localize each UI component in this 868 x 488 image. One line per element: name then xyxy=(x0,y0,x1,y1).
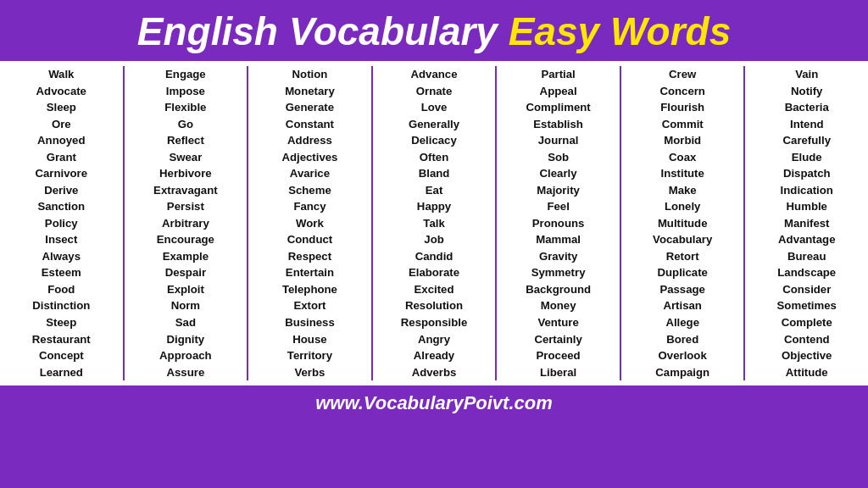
word-item: Impose xyxy=(166,83,205,100)
word-item: Assure xyxy=(167,364,205,381)
word-item: Elude xyxy=(792,149,822,166)
content-area: WalkAdvocateSleepOreAnnoyedGrantCarnivor… xyxy=(0,61,868,385)
word-item: Notion xyxy=(292,66,328,83)
word-item: Work xyxy=(296,215,324,232)
word-item: Landscape xyxy=(777,264,836,281)
word-item: Artisan xyxy=(663,297,701,314)
word-item: Lonely xyxy=(665,198,701,215)
word-item: Background xyxy=(526,281,591,298)
word-item: Multitude xyxy=(658,215,708,232)
word-item: Talk xyxy=(423,215,444,232)
word-item: Extravagant xyxy=(153,182,218,199)
word-item: Carnivore xyxy=(36,165,88,182)
column-7: VainNotifyBacteriaIntendCarefullyEludeDi… xyxy=(745,66,868,380)
word-item: Make xyxy=(669,182,697,199)
word-item: Morbid xyxy=(664,132,701,149)
word-item: Territory xyxy=(287,347,332,364)
word-item: Attitude xyxy=(786,364,828,381)
word-item: Vocabulary xyxy=(653,231,712,248)
word-item: Gravity xyxy=(539,248,577,265)
word-item: Go xyxy=(178,116,193,133)
word-item: Often xyxy=(420,149,448,166)
word-item: Flexible xyxy=(164,99,206,116)
word-item: Consider xyxy=(782,281,831,298)
word-item: Derive xyxy=(44,182,78,199)
word-item: Crew xyxy=(669,66,696,83)
word-item: Indication xyxy=(781,182,833,199)
word-item: Already xyxy=(414,347,454,364)
word-item: Contend xyxy=(784,331,829,348)
word-item: Respect xyxy=(288,248,331,265)
word-item: Norm xyxy=(171,297,200,314)
word-item: Elaborate xyxy=(409,264,459,281)
word-item: Delicacy xyxy=(411,132,457,149)
header: English Vocabulary Easy Words xyxy=(0,0,868,61)
word-item: Ore xyxy=(52,116,71,133)
word-item: House xyxy=(292,331,326,348)
word-item: Fancy xyxy=(293,198,326,215)
word-item: Sad xyxy=(175,314,196,331)
word-item: Bacteria xyxy=(785,99,829,116)
word-item: Reflect xyxy=(167,132,204,149)
word-item: Intend xyxy=(790,116,824,133)
word-item: Annoyed xyxy=(37,132,85,149)
word-item: Food xyxy=(47,281,75,298)
word-item: Advantage xyxy=(778,231,835,248)
word-item: Duplicate xyxy=(658,264,708,281)
word-item: Swear xyxy=(169,149,202,166)
word-item: Pronouns xyxy=(532,215,585,232)
word-item: Advance xyxy=(411,66,458,83)
word-item: Ornate xyxy=(416,83,453,100)
word-item: Advocate xyxy=(36,83,86,100)
word-item: Esteem xyxy=(42,264,81,281)
word-item: Manifest xyxy=(784,215,830,232)
word-item: Responsible xyxy=(401,314,467,331)
word-item: Monetary xyxy=(285,83,335,100)
word-item: Candid xyxy=(415,248,453,265)
word-item: Flourish xyxy=(660,99,704,116)
word-item: Passage xyxy=(659,281,705,298)
word-item: Grant xyxy=(47,149,76,166)
word-item: Happy xyxy=(417,198,451,215)
word-item: Excited xyxy=(415,281,454,298)
word-item: Carefully xyxy=(783,132,831,149)
word-item: Concern xyxy=(659,83,705,100)
word-item: Example xyxy=(163,248,209,265)
word-item: Certainly xyxy=(534,331,581,348)
word-item: Sleep xyxy=(47,99,76,116)
column-1: WalkAdvocateSleepOreAnnoyedGrantCarnivor… xyxy=(0,66,125,380)
word-item: Symmetry xyxy=(531,264,586,281)
word-item: Concept xyxy=(39,347,84,364)
word-item: Exploit xyxy=(167,281,204,298)
word-item: Mammal xyxy=(536,231,581,248)
word-item: Clearly xyxy=(540,165,577,182)
column-2: EngageImposeFlexibleGoReflectSwearHerbiv… xyxy=(125,66,249,380)
word-item: Sometimes xyxy=(777,297,837,314)
word-item: Generally xyxy=(409,116,459,133)
word-item: Vain xyxy=(795,66,818,83)
word-item: Dignity xyxy=(167,331,205,348)
word-item: Liberal xyxy=(540,364,576,381)
word-item: Policy xyxy=(45,215,78,232)
word-item: Adverbs xyxy=(412,364,457,381)
word-item: Verbs xyxy=(294,364,325,381)
word-item: Distinction xyxy=(32,297,90,314)
column-3: NotionMonetaryGenerateConstantAddressAdj… xyxy=(248,66,373,380)
word-item: Engage xyxy=(165,66,206,83)
word-item: Learned xyxy=(40,364,83,381)
word-item: Scheme xyxy=(288,182,331,199)
word-item: Dispatch xyxy=(783,165,831,182)
header-yellow-text: Easy Words xyxy=(509,9,731,53)
word-item: Sob xyxy=(548,149,569,166)
word-item: Business xyxy=(285,314,335,331)
word-item: Feel xyxy=(547,198,569,215)
word-item: Establish xyxy=(533,116,583,133)
word-item: Conduct xyxy=(287,231,332,248)
word-item: Journal xyxy=(538,132,579,149)
word-item: Proceed xyxy=(537,347,581,364)
word-item: Steep xyxy=(46,314,76,331)
word-item: Money xyxy=(541,297,576,314)
column-4: AdvanceOrnateLoveGenerallyDelicacyOftenB… xyxy=(373,66,498,380)
word-item: Campaign xyxy=(655,364,709,381)
word-item: Extort xyxy=(293,297,326,314)
